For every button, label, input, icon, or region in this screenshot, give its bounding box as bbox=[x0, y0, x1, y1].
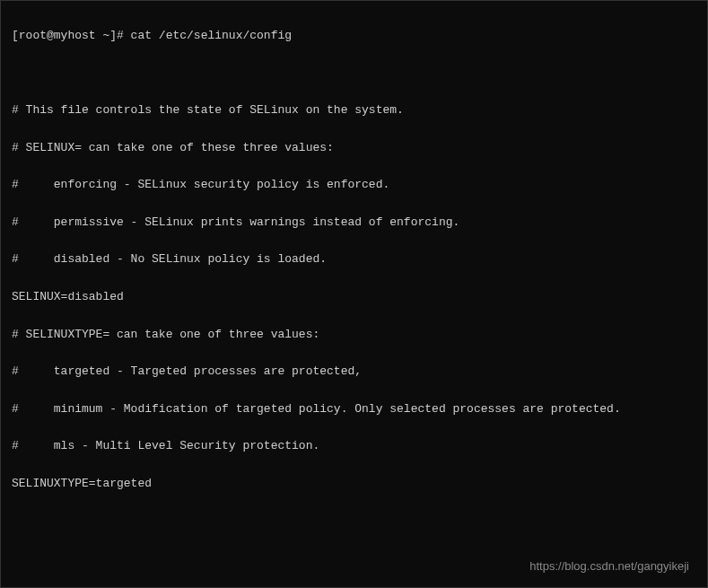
terminal-output[interactable]: [root@myhost ~]# cat /etc/selinux/config… bbox=[12, 8, 696, 588]
terminal-line: # mls - Multi Level Security protection. bbox=[12, 437, 696, 456]
terminal-line bbox=[12, 513, 696, 531]
terminal-line: # targeted - Targeted processes are prot… bbox=[12, 363, 696, 382]
terminal-line: SELINUX=disabled bbox=[12, 288, 696, 307]
terminal-line: # permissive - SELinux prints warnings i… bbox=[12, 214, 696, 233]
terminal-line: SELINUXTYPE=targeted bbox=[12, 475, 696, 494]
terminal-line: # enforcing - SELinux security policy is… bbox=[12, 176, 696, 195]
terminal-line: [root@myhost ~]# cat /etc/selinux/config bbox=[12, 27, 696, 46]
terminal-line: # minimum - Modification of targeted pol… bbox=[12, 400, 696, 419]
terminal-line: # SELINUXTYPE= can take one of three val… bbox=[12, 326, 696, 345]
terminal-line: # disabled - No SELinux policy is loaded… bbox=[12, 250, 696, 269]
terminal-line bbox=[12, 64, 696, 83]
watermark-text: https://blog.csdn.net/gangyikeji bbox=[529, 557, 689, 576]
terminal-line: # This file controls the state of SELinu… bbox=[12, 101, 696, 120]
terminal-line: # SELINUX= can take one of these three v… bbox=[12, 139, 696, 158]
